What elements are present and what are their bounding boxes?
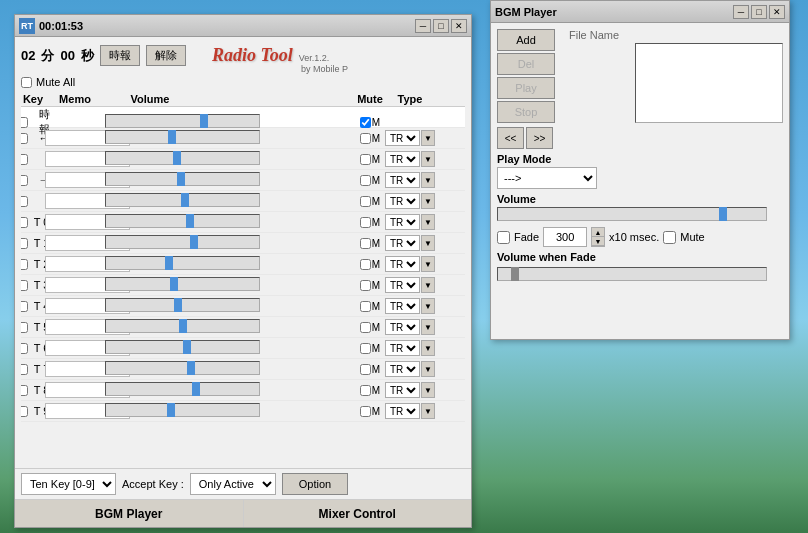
mute-checkbox-8[interactable] [360, 280, 371, 291]
key-checkbox-10[interactable] [21, 322, 28, 333]
option-button[interactable]: Option [282, 473, 348, 495]
key-checkbox-7[interactable] [21, 259, 28, 270]
bgm-fade-checkbox[interactable] [497, 231, 510, 244]
type-dropdown-5[interactable]: ▼ [421, 214, 435, 230]
bgm-stop-button[interactable]: Stop [497, 101, 555, 123]
type-dropdown-6[interactable]: ▼ [421, 235, 435, 251]
accept-key-select[interactable]: Only Active All None [190, 473, 276, 495]
bgm-maximize-button[interactable]: □ [751, 5, 767, 19]
volume-slider-8[interactable] [105, 277, 260, 291]
mute-checkbox-6[interactable] [360, 238, 371, 249]
key-checkbox-3[interactable] [21, 175, 28, 186]
bgm-mute-checkbox[interactable] [663, 231, 676, 244]
volume-slider-13[interactable] [105, 382, 260, 396]
type-dropdown-2[interactable]: ▼ [421, 151, 435, 167]
volume-slider-2[interactable] [105, 151, 260, 165]
type-select-2[interactable]: TR BGM SE [385, 151, 420, 167]
bgm-close-button[interactable]: ✕ [769, 5, 785, 19]
type-dropdown-1[interactable]: ▼ [421, 130, 435, 146]
key-checkbox-1[interactable] [21, 133, 28, 144]
mute-all-checkbox[interactable] [21, 77, 32, 88]
key-checkbox-4[interactable] [21, 196, 28, 207]
volume-slider-12[interactable] [105, 361, 260, 375]
close-button[interactable]: ✕ [451, 19, 467, 33]
volume-slider-14[interactable] [105, 403, 260, 417]
volume-slider-9[interactable] [105, 298, 260, 312]
type-select-12[interactable]: TR BGM SE [385, 361, 420, 377]
mute-checkbox-5[interactable] [360, 217, 371, 228]
bgm-add-button[interactable]: Add [497, 29, 555, 51]
key-checkbox-14[interactable] [21, 406, 28, 417]
volume-slider-1[interactable] [105, 130, 260, 144]
type-dropdown-8[interactable]: ▼ [421, 277, 435, 293]
maximize-button[interactable]: □ [433, 19, 449, 33]
volume-slider-11[interactable] [105, 340, 260, 354]
type-dropdown-11[interactable]: ▼ [421, 340, 435, 356]
bgm-play-button[interactable]: Play [497, 77, 555, 99]
volume-slider-10[interactable] [105, 319, 260, 333]
type-select-13[interactable]: TR BGM SE [385, 382, 420, 398]
volume-slider-5[interactable] [105, 214, 260, 228]
key-checkbox-5[interactable] [21, 217, 28, 228]
jihou-volume-slider[interactable] [105, 114, 260, 128]
mixer-control-button[interactable]: Mixer Control [244, 500, 472, 527]
type-select-9[interactable]: TR BGM SE [385, 298, 420, 314]
type-dropdown-10[interactable]: ▼ [421, 319, 435, 335]
type-select-14[interactable]: TR BGM SE [385, 403, 420, 419]
jihou-button[interactable]: 時報 [100, 45, 140, 66]
bgm-player-button[interactable]: BGM Player [15, 500, 244, 527]
type-select-4[interactable]: TR BGM SE [385, 193, 420, 209]
type-select-6[interactable]: TR BGM SE [385, 235, 420, 251]
key-checkbox-9[interactable] [21, 301, 28, 312]
key-checkbox-6[interactable] [21, 238, 28, 249]
volume-slider-3[interactable] [105, 172, 260, 186]
mute-checkbox-10[interactable] [360, 322, 371, 333]
fade-spinner-up[interactable]: ▲ [592, 228, 604, 237]
bgm-fade-input[interactable] [543, 227, 587, 247]
type-dropdown-9[interactable]: ▼ [421, 298, 435, 314]
mute-checkbox-2[interactable] [360, 154, 371, 165]
kaijyo-button[interactable]: 解除 [146, 45, 186, 66]
type-select-8[interactable]: TR BGM SE [385, 277, 420, 293]
bgm-del-button[interactable]: Del [497, 53, 555, 75]
type-select-5[interactable]: TR BGM SE [385, 214, 420, 230]
fade-spinner-down[interactable]: ▼ [592, 237, 604, 246]
key-checkbox-11[interactable] [21, 343, 28, 354]
type-dropdown-7[interactable]: ▼ [421, 256, 435, 272]
bgm-prev-button[interactable]: << [497, 127, 524, 149]
type-select-10[interactable]: TR BGM SE [385, 319, 420, 335]
type-select-1[interactable]: TR BGM SE [385, 130, 420, 146]
bgm-playmode-select[interactable]: ---> Loop Random [497, 167, 597, 189]
mute-checkbox-9[interactable] [360, 301, 371, 312]
volume-slider-4[interactable] [105, 193, 260, 207]
jihou-key-checkbox[interactable] [21, 117, 28, 128]
type-dropdown-4[interactable]: ▼ [421, 193, 435, 209]
tenkey-select[interactable]: Ten Key [0-9] Ten Key [0-5] [21, 473, 116, 495]
type-select-7[interactable]: TR BGM SE [385, 256, 420, 272]
bgm-when-fade-slider[interactable] [497, 267, 767, 281]
key-checkbox-12[interactable] [21, 364, 28, 375]
mute-checkbox-7[interactable] [360, 259, 371, 270]
mute-checkbox-11[interactable] [360, 343, 371, 354]
bgm-filename-area[interactable] [635, 43, 783, 123]
jihou-mute-checkbox[interactable] [360, 117, 371, 128]
mute-checkbox-13[interactable] [360, 385, 371, 396]
type-dropdown-14[interactable]: ▼ [421, 403, 435, 419]
type-select-3[interactable]: TR BGM SE [385, 172, 420, 188]
type-dropdown-3[interactable]: ▼ [421, 172, 435, 188]
bgm-minimize-button[interactable]: ─ [733, 5, 749, 19]
minimize-button[interactable]: ─ [415, 19, 431, 33]
volume-slider-7[interactable] [105, 256, 260, 270]
mute-checkbox-14[interactable] [360, 406, 371, 417]
key-checkbox-2[interactable] [21, 154, 28, 165]
type-dropdown-13[interactable]: ▼ [421, 382, 435, 398]
bgm-volume-slider[interactable] [497, 207, 767, 221]
mute-checkbox-12[interactable] [360, 364, 371, 375]
mute-checkbox-1[interactable] [360, 133, 371, 144]
mute-checkbox-4[interactable] [360, 196, 371, 207]
volume-slider-6[interactable] [105, 235, 260, 249]
type-select-11[interactable]: TR BGM SE [385, 340, 420, 356]
bgm-next-button[interactable]: >> [526, 127, 553, 149]
mute-checkbox-3[interactable] [360, 175, 371, 186]
key-checkbox-8[interactable] [21, 280, 28, 291]
